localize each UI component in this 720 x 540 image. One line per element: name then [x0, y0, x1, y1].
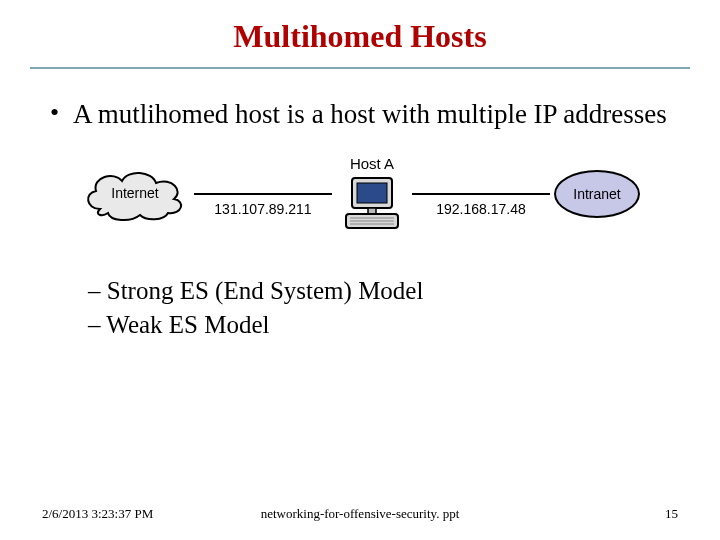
svg-rect-1: [357, 183, 387, 203]
slide-body: • A mutlihomed host is a host with multi…: [0, 69, 720, 342]
sub-bullet-1: – Strong ES (End System) Model: [88, 274, 670, 308]
host-label: Host A: [350, 155, 394, 172]
intranet-oval-icon: Intranet: [554, 170, 640, 218]
intranet-label: Intranet: [573, 186, 620, 202]
bullet-item: • A mutlihomed host is a host with multi…: [50, 97, 670, 131]
left-connection: 131.107.89.211: [194, 193, 332, 195]
slide-footer: 2/6/2013 3:23:37 PM networking-for-offen…: [0, 506, 720, 522]
internet-label: Internet: [111, 185, 158, 201]
host-icon: Host A: [340, 155, 404, 232]
internet-cloud-icon: Internet: [80, 165, 190, 223]
network-diagram: Internet 131.107.89.211 Host A 192.168.1…: [80, 155, 640, 232]
right-connection: 192.168.17.48: [412, 193, 550, 195]
bullet-dot-icon: •: [50, 97, 59, 129]
bullet-text: A mutlihomed host is a host with multipl…: [73, 97, 667, 131]
slide-title: Multihomed Hosts: [0, 0, 720, 67]
footer-page-number: 15: [665, 506, 678, 522]
footer-date: 2/6/2013 3:23:37 PM: [42, 506, 153, 522]
sub-bullet-list: – Strong ES (End System) Model – Weak ES…: [88, 274, 670, 342]
footer-filename: networking-for-offensive-security. ppt: [261, 506, 460, 522]
ip-right: 192.168.17.48: [436, 201, 526, 217]
sub-bullet-2: – Weak ES Model: [88, 308, 670, 342]
ip-left: 131.107.89.211: [214, 201, 311, 217]
